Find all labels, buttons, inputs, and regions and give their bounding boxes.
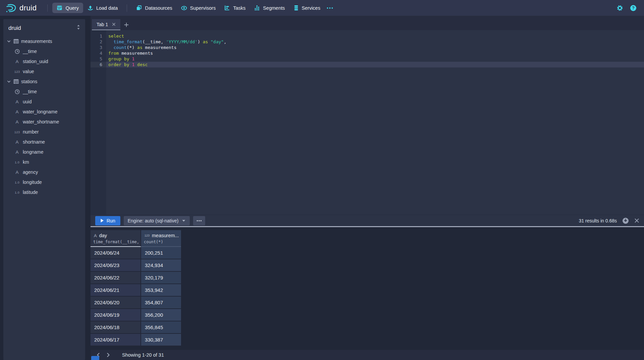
nav-item-label: Tasks <box>233 5 245 11</box>
sidebar-item-stations-water_longname[interactable]: Awater_longname <box>3 107 85 117</box>
cell-day[interactable]: 2024/06/22 <box>91 272 141 284</box>
sidebar-item-stations-number[interactable]: 123number <box>3 127 85 137</box>
query-more-options-button[interactable] <box>193 216 205 225</box>
nav-item-tasks[interactable]: Tasks <box>220 3 250 13</box>
code-area[interactable]: select time_format(__time, 'YYYY/MM/dd')… <box>106 30 644 215</box>
cell-measurements[interactable]: 320,179 <box>141 272 181 284</box>
nav-item-datasources[interactable]: Datasources <box>132 3 176 13</box>
column-label: number <box>23 129 39 135</box>
sidebar-item-stations-latitude[interactable]: 1.0latitude <box>3 187 85 197</box>
cell-day[interactable]: 2024/06/19 <box>91 309 141 321</box>
table-row[interactable]: 2024/06/17330,387 <box>91 334 181 346</box>
column-label: latitude <box>23 190 38 195</box>
cell-measurements[interactable]: 356,845 <box>141 321 181 334</box>
sidebar-item-measurements[interactable]: measurements <box>3 36 85 46</box>
settings-gear-button[interactable] <box>617 5 623 11</box>
table-row[interactable]: 2024/06/21353,942 <box>91 284 181 297</box>
nav-item-services[interactable]: Services <box>289 3 325 13</box>
float-type-icon: 1.0 <box>15 181 19 184</box>
sort-carets-icon[interactable] <box>76 24 80 32</box>
nav-divider <box>127 4 127 12</box>
sidebar-item-measurements-station_uuid[interactable]: Astation_uuid <box>3 56 85 66</box>
clock-icon <box>15 49 20 54</box>
sidebar-item-stations-water_shortname[interactable]: Awater_shortname <box>3 117 85 127</box>
database-icon <box>294 5 299 11</box>
download-results-button[interactable] <box>622 217 629 224</box>
help-icon: ? <box>630 5 637 11</box>
sidebar-item-measurements-value[interactable]: 123value <box>3 66 85 76</box>
eye-icon <box>181 5 187 11</box>
cell-measurements[interactable]: 354,807 <box>141 297 181 309</box>
cell-day[interactable]: 2024/06/24 <box>91 247 141 259</box>
code-line-1[interactable]: select <box>106 33 644 39</box>
cell-day[interactable]: 2024/06/18 <box>91 321 141 334</box>
druid-console: druid Query Load data Da <box>0 0 644 360</box>
sidebar-item-stations-agency[interactable]: Aagency <box>3 167 85 177</box>
number-type-icon: 123 <box>14 130 20 134</box>
code-line-3[interactable]: count(*) as measurements <box>106 45 644 50</box>
string-type-icon: A <box>15 59 18 64</box>
table-row[interactable]: 2024/06/24200,251 <box>91 247 181 259</box>
code-line-5[interactable]: group by 1 <box>106 56 644 62</box>
tab-close-icon[interactable] <box>112 22 116 26</box>
table-row[interactable]: 2024/06/18356,845 <box>91 321 181 334</box>
column-name: day <box>99 233 107 238</box>
code-line-4[interactable]: from measurements <box>106 50 644 56</box>
sidebar-item-stations[interactable]: stations <box>3 76 85 87</box>
number-type-icon: 123 <box>14 70 20 73</box>
help-button[interactable]: ? <box>630 5 637 11</box>
column-expression: count(*) <box>141 239 181 246</box>
table-row[interactable]: 2024/06/23324,934 <box>91 259 181 272</box>
cell-measurements[interactable]: 356,200 <box>141 309 181 321</box>
cell-measurements[interactable]: 200,251 <box>141 247 181 259</box>
column-header-day[interactable]: A day time_format(__time, … <box>91 230 141 247</box>
column-header-measurements[interactable]: 123 measurem... count(*) <box>141 230 181 247</box>
next-page-button[interactable] <box>103 350 113 360</box>
cell-measurements[interactable]: 330,387 <box>141 334 181 346</box>
code-line-6[interactable]: order by 1 desc <box>106 62 644 67</box>
schema-tree: measurements__timeAstation_uuid123values… <box>3 36 85 197</box>
sidebar-item-stations-shortname[interactable]: Ashortname <box>3 137 85 147</box>
sidebar-item-measurements-__time[interactable]: __time <box>3 46 85 56</box>
table-row[interactable]: 2024/06/20354,807 <box>91 297 181 309</box>
nav-item-query[interactable]: Query <box>52 3 83 13</box>
sidebar-item-stations-uuid[interactable]: Auuid <box>3 97 85 107</box>
cell-day[interactable]: 2024/06/20 <box>91 297 141 309</box>
column-label: shortname <box>23 139 45 145</box>
cell-measurements[interactable]: 324,934 <box>141 259 181 272</box>
code-line-2[interactable]: time_format(__time, 'YYYY/MM/dd') as "da… <box>106 39 644 45</box>
column-label: water_longname <box>23 109 58 114</box>
tab-label: Tab 1 <box>97 22 108 27</box>
tab-1[interactable]: Tab 1 <box>92 19 120 30</box>
column-label: agency <box>23 169 38 175</box>
nav-more-button[interactable] <box>327 7 333 9</box>
nav-item-load-data[interactable]: Load data <box>83 3 122 13</box>
cutoff-blue-element <box>91 356 99 360</box>
top-nav: druid Query Load data Da <box>0 0 644 16</box>
float-type-icon: 1.0 <box>15 191 19 194</box>
nav-item-segments[interactable]: Segments <box>250 3 289 13</box>
play-icon <box>100 218 104 223</box>
cell-measurements[interactable]: 353,942 <box>141 284 181 297</box>
sidebar-item-stations-km[interactable]: 1.0km <box>3 157 85 167</box>
table-row[interactable]: 2024/06/19356,200 <box>91 309 181 321</box>
sidebar-item-stations-__time[interactable]: __time <box>3 87 85 97</box>
new-tab-button[interactable] <box>120 19 132 30</box>
sidebar-item-stations-longname[interactable]: Alongname <box>3 147 85 157</box>
engine-select[interactable]: Engine: auto (sql-native) <box>124 216 190 225</box>
cell-day[interactable]: 2024/06/17 <box>91 334 141 346</box>
run-button[interactable]: Run <box>95 216 120 225</box>
schema-title: druid <box>8 25 21 32</box>
table-row[interactable]: 2024/06/22320,179 <box>91 272 181 284</box>
sql-editor[interactable]: 123456 select time_format(__time, 'YYYY/… <box>91 30 644 215</box>
nav-item-supervisors[interactable]: Supervisors <box>177 3 220 13</box>
druid-brand[interactable]: druid <box>5 3 37 13</box>
cell-day[interactable]: 2024/06/23 <box>91 259 141 272</box>
nav-item-label: Supervisors <box>190 5 216 11</box>
column-label: station_uuid <box>23 59 48 64</box>
cell-day[interactable]: 2024/06/21 <box>91 284 141 297</box>
column-label: __time <box>23 49 37 54</box>
engine-select-label: Engine: auto (sql-native) <box>128 218 179 223</box>
sidebar-item-stations-longitude[interactable]: 1.0longitude <box>3 177 85 187</box>
close-results-button[interactable] <box>634 218 639 223</box>
